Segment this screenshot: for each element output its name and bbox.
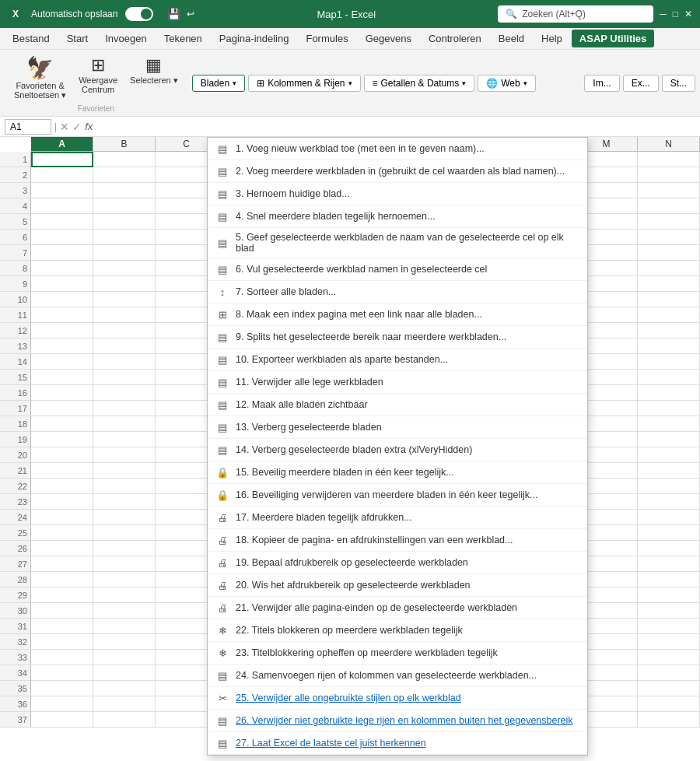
cell[interactable] (93, 587, 156, 603)
menu-gegevens[interactable]: Gegevens (358, 30, 419, 47)
cell[interactable] (93, 261, 156, 276)
cell[interactable] (93, 603, 156, 619)
dropdown-item[interactable]: ⊞8. Maak een index pagina met een link n… (208, 303, 587, 326)
cell[interactable] (93, 416, 156, 432)
cell[interactable] (93, 525, 156, 541)
menu-invoegen[interactable]: Invoegen (97, 30, 155, 47)
cell[interactable] (93, 198, 156, 214)
cell[interactable] (31, 214, 93, 230)
cell[interactable] (638, 401, 700, 416)
fx-icon[interactable]: fx (85, 121, 93, 132)
dropdown-item[interactable]: 🔒15. Beveilig meerdere bladen in één kee… (208, 461, 587, 484)
cell[interactable] (31, 307, 93, 323)
dropdown-item[interactable]: ▤11. Verwijder alle lege werkbladen (208, 371, 587, 394)
cell[interactable] (93, 214, 156, 230)
cell[interactable] (93, 292, 156, 307)
cell[interactable] (31, 183, 93, 198)
ex-btn[interactable]: Ex... (623, 75, 659, 92)
cell[interactable] (93, 619, 156, 634)
cell[interactable] (31, 370, 93, 385)
menu-tekenen[interactable]: Tekenen (156, 30, 210, 47)
cell[interactable] (638, 587, 700, 603)
dropdown-item[interactable]: ▤6. Vul geselecteerde werkblad namen in … (208, 258, 587, 281)
cell[interactable] (31, 447, 93, 463)
cell-reference[interactable]: A1 (5, 119, 51, 135)
cell[interactable] (31, 665, 93, 681)
cell[interactable] (31, 556, 93, 572)
cell[interactable] (638, 416, 700, 432)
cell[interactable] (31, 385, 93, 401)
dropdown-item[interactable]: ▤2. Voeg meerdere werkbladen in (gebruik… (208, 160, 587, 183)
cell[interactable] (93, 712, 156, 728)
cell[interactable] (93, 385, 156, 401)
cell[interactable] (93, 696, 156, 712)
dropdown-item[interactable]: ▤26. Verwijder niet gebruikte lege rijen… (208, 710, 587, 732)
cell[interactable] (31, 494, 93, 510)
menu-pagina[interactable]: Pagina-indeling (212, 30, 297, 47)
cell[interactable] (31, 681, 93, 696)
cell[interactable] (93, 354, 156, 370)
cell[interactable] (638, 338, 700, 354)
dropdown-item[interactable]: ▤9. Splits het geselecteerde bereik naar… (208, 326, 587, 349)
bladen-dropdown-btn[interactable]: Bladen ▾ (192, 75, 245, 92)
cell[interactable] (93, 245, 156, 261)
undo-icon[interactable]: ↩ (187, 9, 194, 19)
close-btn[interactable]: ✕ (684, 9, 692, 19)
cell[interactable] (31, 525, 93, 541)
cell[interactable] (31, 572, 93, 587)
getallen-datums-btn[interactable]: ≡ Getallen & Datums ▾ (364, 75, 475, 92)
cell[interactable] (93, 510, 156, 525)
cell[interactable] (93, 401, 156, 416)
dropdown-item[interactable]: ❄22. Titels blokkeren op meerdere werkbl… (208, 619, 587, 642)
dropdown-item[interactable]: 🔒16. Beveiliging verwijderen van meerder… (208, 484, 587, 507)
cell[interactable] (31, 619, 93, 634)
dropdown-item[interactable]: 🖨21. Verwijder alle pagina-einden op de … (208, 597, 587, 619)
search-box[interactable]: 🔍 Zoeken (Alt+Q) (498, 5, 653, 23)
cell[interactable] (93, 432, 156, 447)
cell[interactable] (31, 650, 93, 665)
dropdown-item[interactable]: ▤13. Verberg geselecteerde bladen (208, 416, 587, 439)
cell[interactable] (638, 494, 700, 510)
dropdown-item[interactable]: ✂25. Verwijder alle ongebruikte stijlen … (208, 687, 587, 710)
cell[interactable] (93, 276, 156, 292)
cell[interactable] (93, 370, 156, 385)
cell[interactable] (93, 681, 156, 696)
cell[interactable] (31, 152, 93, 167)
cell[interactable] (31, 634, 93, 650)
cell[interactable] (31, 167, 93, 183)
dropdown-item[interactable]: 🖨17. Meerdere bladen tegelijk afdrukken.… (208, 507, 587, 529)
cell[interactable] (638, 245, 700, 261)
cell[interactable] (31, 323, 93, 338)
menu-controleren[interactable]: Controleren (421, 30, 489, 47)
cell[interactable] (638, 370, 700, 385)
cell[interactable] (93, 183, 156, 198)
save-icon[interactable]: 💾 (167, 8, 180, 20)
im-btn[interactable]: Im... (584, 75, 619, 92)
dropdown-item[interactable]: ▤4. Snel meerdere bladen tegelijk hernoe… (208, 205, 587, 228)
cell[interactable] (638, 603, 700, 619)
dropdown-item[interactable]: ▤3. Hernoem huidige blad... (208, 183, 587, 205)
cell[interactable] (31, 587, 93, 603)
dropdown-item[interactable]: 🖨18. Kopieer de pagina- en afdrukinstell… (208, 529, 587, 552)
dropdown-item[interactable]: ▤5. Geef geselecteerde werkbladen de naa… (208, 228, 587, 258)
cell[interactable] (638, 385, 700, 401)
cancel-formula-icon[interactable]: ✕ (60, 121, 69, 133)
confirm-formula-icon[interactable]: ✓ (72, 121, 82, 133)
dropdown-item[interactable]: 🖨19. Bepaal afdrukbereik op geselecteerd… (208, 552, 587, 574)
menu-formules[interactable]: Formules (298, 30, 355, 47)
cell[interactable] (31, 603, 93, 619)
autosave-toggle[interactable] (125, 7, 153, 21)
favorites-btn[interactable]: 🦅 Favorieten &Sneltoetsen ▾ (9, 53, 71, 103)
cell[interactable] (638, 447, 700, 463)
dropdown-item[interactable]: ❄23. Titelblokkering opheffen op meerder… (208, 642, 587, 665)
cell[interactable] (638, 198, 700, 214)
cell[interactable] (93, 494, 156, 510)
dropdown-item[interactable]: ▤12. Maak alle bladen zichtbaar (208, 394, 587, 416)
cell[interactable] (31, 479, 93, 494)
cell[interactable] (638, 556, 700, 572)
cell[interactable] (638, 510, 700, 525)
cell[interactable] (638, 634, 700, 650)
cell[interactable] (31, 276, 93, 292)
menu-beeld[interactable]: Beeld (491, 30, 532, 47)
cell[interactable] (93, 634, 156, 650)
